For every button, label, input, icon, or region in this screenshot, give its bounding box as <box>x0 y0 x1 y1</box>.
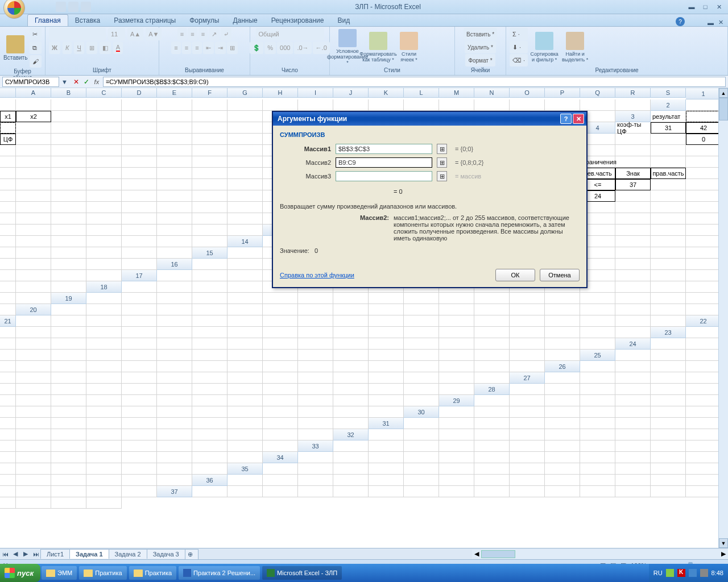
column-header[interactable]: R <box>615 88 651 98</box>
cell[interactable] <box>686 486 721 497</box>
indent-dec-icon[interactable]: ⇤ <box>203 41 214 54</box>
column-header[interactable]: H <box>263 88 298 98</box>
cell[interactable] <box>122 190 157 202</box>
cell[interactable] <box>192 463 228 475</box>
cell[interactable] <box>474 350 510 361</box>
cell[interactable] <box>651 315 686 327</box>
cell[interactable] <box>580 452 615 463</box>
first-sheet-icon[interactable]: ⏮ <box>0 549 10 559</box>
last-sheet-icon[interactable]: ⏭ <box>31 549 41 559</box>
cell[interactable] <box>0 259 16 270</box>
column-header[interactable]: M <box>439 88 474 98</box>
cell[interactable] <box>651 418 686 429</box>
cell[interactable] <box>157 406 192 418</box>
cell[interactable] <box>439 463 474 475</box>
cell[interactable] <box>228 156 263 168</box>
font-size[interactable]: 11 <box>108 28 125 40</box>
cell[interactable] <box>157 384 192 395</box>
cell[interactable] <box>686 156 721 168</box>
cell[interactable] <box>369 293 404 304</box>
cell[interactable] <box>510 293 545 304</box>
cell[interactable] <box>404 463 439 475</box>
cell[interactable] <box>122 247 157 259</box>
cell[interactable] <box>0 338 16 350</box>
cell[interactable] <box>16 463 51 475</box>
cell[interactable] <box>333 418 369 429</box>
cell[interactable] <box>651 406 686 418</box>
cell[interactable]: 42 <box>686 122 721 134</box>
cell[interactable] <box>192 418 228 429</box>
volume-icon[interactable] <box>689 569 697 577</box>
cell[interactable] <box>122 122 157 134</box>
cell[interactable] <box>122 179 157 190</box>
cell[interactable] <box>16 122 51 134</box>
cell[interactable] <box>369 372 404 384</box>
cell[interactable] <box>157 190 192 202</box>
cell[interactable] <box>580 406 615 418</box>
cell[interactable] <box>122 327 157 338</box>
align-bot-icon[interactable]: ≡ <box>198 28 208 40</box>
cell[interactable] <box>192 304 228 315</box>
cell[interactable] <box>86 418 122 429</box>
cell[interactable] <box>122 486 157 497</box>
cell[interactable] <box>51 429 86 440</box>
range-picker-icon[interactable]: ⊞ <box>437 144 447 154</box>
cell[interactable] <box>192 179 228 190</box>
cell[interactable] <box>651 463 686 475</box>
cell[interactable] <box>369 463 404 475</box>
cell[interactable] <box>86 111 122 122</box>
cell[interactable] <box>404 99 439 111</box>
cell[interactable] <box>615 134 651 145</box>
cell[interactable] <box>157 463 192 475</box>
cell[interactable] <box>0 202 16 213</box>
wrap-text-icon[interactable]: ⤶ <box>221 28 231 40</box>
help-link[interactable]: Справка по этой функции <box>280 272 354 278</box>
cell[interactable] <box>16 281 51 293</box>
cell[interactable] <box>615 99 651 111</box>
cell[interactable] <box>580 395 615 406</box>
cell[interactable] <box>0 190 16 202</box>
cell[interactable]: 0 <box>686 134 721 145</box>
row-header[interactable]: 29 <box>439 395 474 406</box>
cell[interactable] <box>615 236 651 247</box>
cell[interactable] <box>651 190 686 202</box>
cell[interactable] <box>122 168 157 179</box>
cell[interactable] <box>228 406 263 418</box>
cell[interactable] <box>16 179 51 190</box>
cell[interactable] <box>86 190 122 202</box>
cell[interactable] <box>545 452 580 463</box>
cell[interactable] <box>16 475 51 486</box>
cell[interactable] <box>510 361 545 372</box>
indent-inc-icon[interactable]: ⇥ <box>215 41 226 54</box>
cell[interactable] <box>51 134 86 145</box>
cell[interactable] <box>686 99 721 111</box>
cell[interactable] <box>228 259 263 270</box>
cell[interactable] <box>474 304 510 315</box>
cell[interactable] <box>439 384 474 395</box>
column-header[interactable]: C <box>86 88 122 98</box>
cell[interactable] <box>0 327 16 338</box>
cell[interactable] <box>0 281 16 293</box>
cell[interactable] <box>263 463 298 475</box>
cell[interactable] <box>0 99 16 111</box>
cell[interactable] <box>580 293 615 304</box>
cell[interactable] <box>686 236 721 247</box>
cell[interactable] <box>122 452 157 463</box>
cell[interactable] <box>615 372 651 384</box>
cell[interactable] <box>651 429 686 440</box>
cell[interactable] <box>369 395 404 406</box>
cell[interactable] <box>333 350 369 361</box>
align-right-icon[interactable]: ≡ <box>192 41 201 54</box>
dialog-title-bar[interactable]: Аргументы функции ? ✕ <box>273 112 586 126</box>
cell[interactable]: 31 <box>651 122 686 134</box>
taskbar-item[interactable]: ЭММ <box>42 566 77 580</box>
cell[interactable] <box>510 315 545 327</box>
cell[interactable] <box>86 361 122 372</box>
cell[interactable] <box>369 315 404 327</box>
cell[interactable] <box>192 134 228 145</box>
cell[interactable] <box>263 327 298 338</box>
cell[interactable] <box>651 247 686 259</box>
cell[interactable] <box>122 372 157 384</box>
font-family[interactable] <box>49 28 106 40</box>
cell[interactable] <box>122 361 157 372</box>
